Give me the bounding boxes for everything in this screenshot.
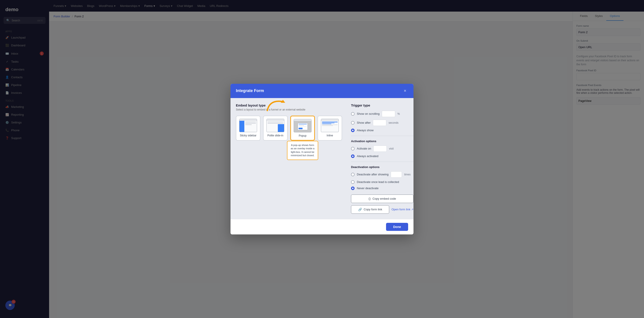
trigger-divider — [351, 136, 414, 136]
activation-on-radio[interactable] — [351, 147, 354, 151]
integrate-form-modal: Integrate Form × Embed layout type Selec… — [230, 84, 414, 234]
activation-always-radio[interactable] — [351, 155, 354, 158]
trigger-scrolling-label: Show on scrolling — [357, 112, 380, 115]
popup-label: Popup — [294, 134, 312, 137]
deactivation-lead-radio[interactable] — [351, 180, 354, 184]
modal-footer: Done — [230, 219, 414, 234]
sticky-sidebar-preview — [239, 119, 257, 132]
trigger-show-after-suffix: seconds — [388, 121, 398, 124]
deactivation-lead-label: Deactivate once lead is collected — [357, 180, 399, 184]
layout-options: Sticky sidebar — [236, 116, 342, 141]
layout-card-popup[interactable]: Popup A pop-up shows form as an overlay … — [290, 116, 315, 141]
slide-in-label: Polite slide-in — [266, 134, 284, 137]
activation-always-label: Always activated — [357, 155, 378, 158]
trigger-show-after-label: Show after — [357, 121, 371, 124]
form-link-row: 🔗 Copy form link Open form link ↗ — [351, 205, 414, 214]
deactivation-after-label: Deactivate after showing — [357, 173, 388, 176]
activation-on-suffix: visit — [389, 147, 394, 150]
layout-card-inline[interactable]: Inline — [318, 116, 342, 141]
trigger-scrolling-input[interactable] — [382, 111, 395, 117]
activation-section-title: Activation options — [351, 140, 414, 143]
deactivation-never-label: Never deactivate — [357, 186, 379, 190]
activation-on-label: Activate on — [357, 147, 371, 150]
embed-layout-section: Embed layout type Select a layout to emb… — [236, 103, 342, 214]
activation-on-input[interactable] — [373, 146, 387, 152]
open-form-link-button[interactable]: Open form link ↗ — [392, 208, 414, 211]
deactivation-once-lead: Deactivate once lead is collected — [351, 180, 414, 184]
modal-header: Integrate Form × — [230, 84, 414, 98]
trigger-always-show: Always show — [351, 129, 414, 132]
deactivation-after-showing: Deactivate after showing times — [351, 171, 414, 178]
trigger-section: Trigger type Show on scrolling % Show af… — [351, 103, 414, 214]
popup-description-tooltip: A pop-up shows form as an overlay inside… — [287, 141, 318, 160]
modal-title: Integrate Form — [236, 88, 264, 93]
activation-always: Always activated — [351, 155, 414, 158]
trigger-type-title: Trigger type — [351, 103, 414, 107]
trigger-show-after-input[interactable] — [373, 120, 386, 126]
trigger-scrolling-radio[interactable] — [351, 112, 354, 116]
trigger-show-after: Show after seconds — [351, 120, 414, 126]
copy-form-link-button[interactable]: 🔗 Copy form link — [351, 205, 389, 214]
activation-activate-on: Activate on visit — [351, 146, 414, 152]
link-icon: 🔗 — [358, 208, 362, 211]
trigger-show-on-scrolling: Show on scrolling % — [351, 111, 414, 117]
deactivation-section-title: Deactivation options — [351, 165, 414, 169]
trigger-show-after-radio[interactable] — [351, 121, 354, 125]
copy-embed-code-button[interactable]: ⟨⟩ Copy embed code — [351, 194, 414, 203]
external-link-icon: ↗ — [411, 208, 414, 211]
trigger-always-show-radio[interactable] — [351, 129, 354, 132]
deactivation-never: Never deactivate — [351, 186, 414, 190]
svg-marker-0 — [281, 100, 285, 103]
deactivation-after-suffix: times — [404, 173, 410, 176]
popup-preview — [294, 119, 312, 132]
modal-overlay: Integrate Form × Embed layout type Selec… — [0, 0, 644, 318]
layout-card-polite-slide-in[interactable]: Polite slide-in — [263, 116, 288, 141]
trigger-always-show-label: Always show — [357, 129, 374, 132]
slide-in-preview — [266, 119, 284, 132]
code-icon: ⟨⟩ — [368, 197, 371, 201]
deactivation-never-radio[interactable] — [351, 186, 354, 190]
activation-divider — [351, 161, 414, 162]
done-button[interactable]: Done — [386, 223, 408, 231]
modal-close-button[interactable]: × — [402, 88, 408, 94]
embed-section-title: Embed layout type — [236, 103, 342, 107]
action-buttons: ⟨⟩ Copy embed code 🔗 Copy form link Open… — [351, 194, 414, 214]
deactivation-after-radio[interactable] — [351, 173, 354, 176]
inline-label: Inline — [321, 134, 339, 137]
embed-section-subtitle: Select a layout to embed in a funnel or … — [236, 108, 342, 111]
layout-card-sticky-sidebar[interactable]: Sticky sidebar — [236, 116, 260, 141]
sticky-sidebar-label: Sticky sidebar — [239, 134, 257, 137]
inline-preview — [321, 119, 339, 132]
trigger-scrolling-suffix: % — [398, 112, 400, 115]
modal-body: Embed layout type Select a layout to emb… — [230, 98, 414, 219]
deactivation-after-input[interactable] — [391, 171, 402, 178]
